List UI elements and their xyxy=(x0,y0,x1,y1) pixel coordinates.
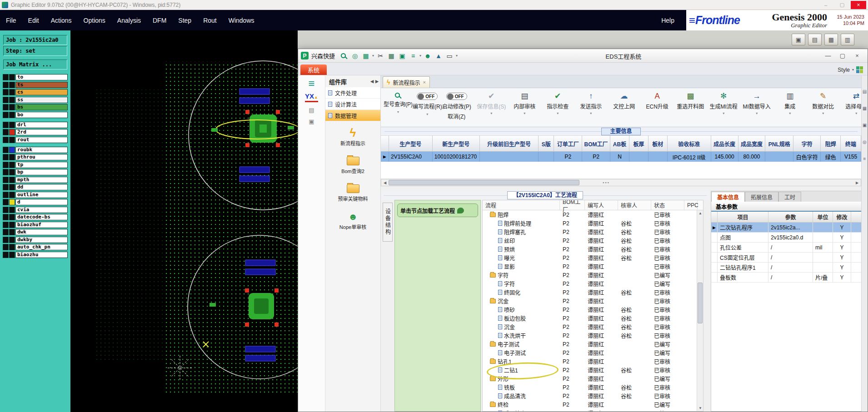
pages-icon[interactable]: ▣ xyxy=(397,52,407,60)
property-cell[interactable]: 二钻钻孔程序1 xyxy=(718,263,768,272)
write-flow-group[interactable]: OFF 编写流程(R) ▾ xyxy=(413,91,442,116)
column-header[interactable]: 订单工厂 xyxy=(554,135,582,152)
layer-color-square[interactable] xyxy=(9,112,15,118)
property-cell[interactable]: 孔位公差 xyxy=(718,243,768,252)
window-tool-2[interactable]: ▤ xyxy=(808,34,822,45)
flow-folder-row[interactable]: 电子测试P2谭丽红已编写 xyxy=(483,340,703,348)
main-info-cell[interactable]: 2V155IC2A0 xyxy=(389,152,433,162)
layer-color-square[interactable] xyxy=(9,237,15,243)
scroll-up-icon[interactable]: ▲ xyxy=(697,211,703,215)
layer-color-square[interactable] xyxy=(9,162,15,168)
layer-color-square[interactable] xyxy=(9,192,15,198)
layer-row-roubk[interactable]: roubk xyxy=(3,147,68,153)
layer-color-square[interactable] xyxy=(9,137,15,143)
layer-name[interactable]: biaozhuf xyxy=(15,222,68,228)
menu-item-analysis[interactable]: Analysis xyxy=(111,17,147,24)
flow-folder-row[interactable]: 阻焊P2谭丽红已审核 xyxy=(483,210,703,219)
column-header[interactable]: 终端 xyxy=(841,135,861,152)
flow-step-row[interactable]: 成品清洗P2谭丽红谷松已审核 xyxy=(483,392,703,400)
ribbon-button-font-upgrade[interactable]: AECN升级 xyxy=(641,91,674,115)
menu-item-file[interactable]: File xyxy=(0,17,22,24)
flow-column-header[interactable]: PPC xyxy=(684,200,698,210)
table-icon[interactable]: ▦ xyxy=(361,52,371,60)
main-info-row[interactable]: ▶2V155IC2A010010200181270P2P2NIPC-6012 I… xyxy=(381,152,861,162)
tab-new-flow-instruction[interactable]: ϟ 新流程指示 × xyxy=(383,76,430,88)
column-header[interactable]: S版 xyxy=(539,135,554,152)
eds-close-button[interactable]: × xyxy=(853,52,861,59)
layer-row-to[interactable]: to xyxy=(3,74,68,80)
ribbon-button-printer[interactable]: ▤内部审核▾ xyxy=(508,91,541,115)
scroll-down-icon[interactable]: ▼ xyxy=(697,406,703,410)
menu-item-actions[interactable]: Actions xyxy=(45,17,78,24)
column-header[interactable]: 字符 xyxy=(793,135,821,152)
layer-row-dwk[interactable]: dwk xyxy=(3,229,68,235)
side-tool-icon-5[interactable]: ≡ xyxy=(863,156,866,161)
property-cell[interactable]: / xyxy=(768,253,813,262)
main-info-cell[interactable]: 10010200181270 xyxy=(433,152,480,162)
column-header[interactable]: 阻焊 xyxy=(821,135,841,152)
layer-context-square[interactable] xyxy=(3,122,9,128)
column-header[interactable]: 验收标准 xyxy=(668,135,711,152)
layer-context-square[interactable] xyxy=(3,112,9,118)
property-cell[interactable] xyxy=(813,223,833,232)
horizontal-scrollbar[interactable]: ◀ ▪▪▪ ▶ xyxy=(381,179,861,186)
layer-name[interactable]: to xyxy=(15,74,68,80)
layer-row-2rd[interactable]: 2rd xyxy=(3,129,68,135)
ribbon-button-image[interactable]: ▩重选开料图 xyxy=(674,91,707,115)
layer-color-square[interactable] xyxy=(9,214,15,220)
layer-color-square[interactable] xyxy=(9,184,15,190)
search-icon[interactable] xyxy=(341,53,346,58)
layer-row-ts[interactable]: ts xyxy=(3,82,68,88)
flow-step-row[interactable]: 二钻1P2谭丽红谷松已审核 xyxy=(483,366,703,374)
rail-tool-icon-2[interactable]: ▣ xyxy=(309,118,314,125)
column-header[interactable]: 成品长度 xyxy=(711,135,738,152)
layer-name[interactable]: bs xyxy=(15,104,68,110)
modify-group[interactable]: OFF 启动修改(P) 取消(Z) xyxy=(442,91,471,120)
layer-row-biaozhu[interactable]: biaozhu xyxy=(3,252,68,258)
property-cell[interactable]: Y xyxy=(833,233,851,242)
layer-row-cs[interactable]: cs xyxy=(3,89,68,95)
properties-tab-1[interactable]: 基本信息 xyxy=(711,192,745,202)
layer-row-auto_chk_pn[interactable]: auto_chk_pn xyxy=(3,244,68,250)
rect-icon[interactable]: ▭ xyxy=(444,52,454,60)
layer-name[interactable]: rout xyxy=(15,137,68,143)
main-info-cell[interactable]: 白色字符 xyxy=(793,152,821,162)
library-item-1[interactable]: 文件处理 xyxy=(325,87,380,99)
flow-step-row[interactable]: 字符P2谭丽红已编写 xyxy=(483,279,703,288)
chevron-down-icon[interactable]: ▾ xyxy=(852,68,854,72)
property-cell[interactable]: 2v155ic2a0.d xyxy=(768,233,813,242)
ribbon-button-edit[interactable]: ✎数据对比▾ xyxy=(807,91,840,115)
property-cell[interactable]: mil xyxy=(813,243,833,252)
column-header[interactable]: 成品宽度 xyxy=(738,135,766,152)
side-tool-icon-2[interactable]: ▦ xyxy=(863,106,867,111)
property-row[interactable]: 点图2v155ic2a0.dY xyxy=(711,233,862,243)
layer-color-square[interactable] xyxy=(9,252,15,258)
layer-color-square[interactable] xyxy=(9,169,15,175)
layer-name[interactable]: auto_chk_pn xyxy=(15,244,68,250)
layer-name[interactable]: dd xyxy=(15,184,68,190)
layer-row-bp[interactable]: bp xyxy=(3,169,68,175)
layer-color-square[interactable] xyxy=(9,97,15,103)
flow-step-row[interactable]: 电子测试P2谭丽红已编写 xyxy=(483,348,703,357)
flow-folder-row[interactable]: 外形P2谭丽红已编写 xyxy=(483,374,703,383)
main-info-cell[interactable]: 80.000 xyxy=(738,152,766,162)
ribbon-button-save[interactable]: ✔保存信息(S)▾ xyxy=(475,91,508,115)
vertical-scrollbar[interactable]: ▲ ▼ xyxy=(697,210,703,411)
chevron-down-icon[interactable]: ▾ xyxy=(456,54,458,58)
layer-name[interactable]: cvia xyxy=(15,207,68,213)
main-info-cell[interactable] xyxy=(649,152,668,162)
property-row[interactable]: CS面定位孔层/Y xyxy=(711,253,862,263)
property-cell[interactable]: 点图 xyxy=(718,233,768,242)
column-header[interactable]: 升级前旧生产型号 xyxy=(480,135,539,152)
main-info-cell[interactable]: 145.000 xyxy=(711,152,738,162)
chevron-down-icon[interactable]: ▾ xyxy=(426,112,428,116)
library-item-3[interactable]: 数据管理 xyxy=(325,110,380,121)
property-column-header[interactable]: 单位 xyxy=(813,212,833,222)
layer-name[interactable]: mpth xyxy=(15,177,68,183)
main-info-cell[interactable]: P2 xyxy=(582,152,610,162)
layer-color-square[interactable] xyxy=(9,82,15,88)
layer-context-square[interactable] xyxy=(3,129,9,135)
layer-context-square[interactable] xyxy=(3,252,9,258)
layer-color-square[interactable] xyxy=(9,199,15,205)
layer-row-tp[interactable]: tp xyxy=(3,162,68,168)
